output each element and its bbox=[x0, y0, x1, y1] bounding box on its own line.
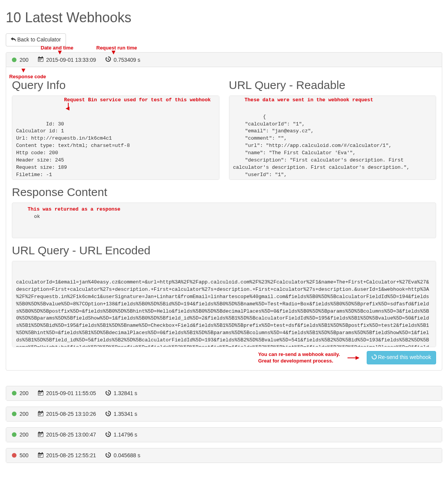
url-readable-text: { "calculatorId": "1", "email": "jan@eas… bbox=[233, 114, 410, 180]
svg-rect-21 bbox=[40, 394, 41, 394]
annotation-request-bin: Request Bin service used for test of thi… bbox=[64, 97, 211, 104]
webhook-panel-expanded: Date and time Request run time 200 2015-… bbox=[6, 52, 442, 370]
webhook-datetime: 2015-08-25 13:10:26 bbox=[46, 411, 96, 417]
svg-rect-41 bbox=[39, 434, 40, 435]
webhook-runtime: 1.35341 s bbox=[114, 411, 137, 417]
page-title: 10 Latest Webhooks bbox=[6, 10, 442, 26]
webhook-datetime: 2015-08-25 12:55:21 bbox=[46, 452, 96, 458]
status-indicator bbox=[12, 391, 16, 395]
svg-line-60 bbox=[108, 455, 109, 456]
svg-rect-19 bbox=[41, 392, 42, 393]
query-info-box[interactable]: Request Bin service used for test of thi… bbox=[12, 96, 219, 180]
svg-line-36 bbox=[108, 414, 109, 414]
svg-rect-3 bbox=[42, 56, 43, 58]
status-indicator bbox=[12, 453, 16, 458]
panel-heading[interactable]: 2002015-08-25 13:00:471.14796 s bbox=[6, 428, 442, 442]
svg-rect-57 bbox=[40, 456, 41, 456]
svg-rect-15 bbox=[39, 390, 40, 391]
heading-url-encoded: URL Query - URL Encoded bbox=[12, 244, 436, 257]
svg-rect-52 bbox=[42, 452, 43, 453]
query-info-text: Id: 30 Calculator id: 1 Url: http://requ… bbox=[16, 121, 130, 180]
svg-rect-45 bbox=[40, 435, 41, 436]
svg-rect-56 bbox=[39, 456, 40, 456]
annotation-data-sent: These data were sent in the webhook requ… bbox=[245, 97, 373, 104]
arrow-icon bbox=[21, 69, 25, 72]
status-code: 200 bbox=[20, 390, 28, 396]
svg-rect-30 bbox=[40, 413, 41, 414]
webhook-datetime: 2015-08-25 13:00:47 bbox=[46, 432, 96, 438]
panel-heading[interactable]: 5002015-08-25 12:55:210.045688 s bbox=[6, 448, 442, 463]
annotation-response: This was returned as a response bbox=[28, 206, 120, 213]
svg-rect-31 bbox=[41, 413, 42, 414]
history-icon bbox=[105, 411, 111, 417]
annotation-date-time: Date and time bbox=[41, 45, 73, 51]
reply-icon bbox=[11, 36, 16, 44]
svg-rect-17 bbox=[39, 392, 40, 393]
history-icon bbox=[105, 432, 111, 438]
arrow-icon bbox=[348, 357, 359, 358]
status-code: 200 bbox=[20, 411, 28, 417]
status-code: 200 bbox=[20, 57, 28, 63]
svg-rect-16 bbox=[42, 390, 43, 391]
webhook-panel-collapsed: 2002015-09-01 11:55:051.32841 s bbox=[6, 386, 442, 401]
svg-rect-39 bbox=[39, 432, 40, 433]
status-code: 500 bbox=[20, 452, 28, 458]
webhook-panel-collapsed: 2002015-08-25 13:10:261.35341 s bbox=[6, 407, 442, 422]
annotation-resend: You can re-send a webhook easily. Great … bbox=[258, 351, 340, 364]
svg-rect-55 bbox=[41, 455, 42, 455]
arrow-icon bbox=[112, 51, 115, 54]
calendar-icon bbox=[38, 432, 43, 438]
calendar-icon bbox=[38, 411, 43, 417]
svg-line-48 bbox=[108, 435, 109, 435]
webhook-runtime: 1.32841 s bbox=[114, 390, 137, 396]
panel-heading[interactable]: 2002015-09-01 11:55:051.32841 s bbox=[6, 386, 442, 400]
calendar-icon bbox=[38, 452, 43, 459]
url-readable-box[interactable]: These data were sent in the webhook requ… bbox=[229, 96, 436, 180]
annotation-run-time: Request run time bbox=[96, 45, 137, 51]
svg-rect-4 bbox=[39, 59, 40, 59]
webhook-runtime: 0.753409 s bbox=[114, 57, 140, 63]
url-encoded-text: calculatorId=1&email=jan%40easy.cz&comme… bbox=[16, 279, 429, 347]
resend-button-label: Re-send this webhook bbox=[378, 354, 431, 360]
resend-button[interactable]: Re-send this webhook bbox=[367, 351, 436, 364]
panel-heading[interactable]: 2002015-08-25 13:10:261.35341 s bbox=[6, 407, 442, 421]
webhook-datetime: 2015-09-01 11:55:05 bbox=[46, 390, 96, 396]
svg-rect-29 bbox=[39, 413, 40, 414]
svg-rect-27 bbox=[39, 411, 40, 412]
panel-heading[interactable]: 200 2015-09-01 13:33:09 0.753409 s bbox=[6, 53, 442, 67]
history-icon bbox=[105, 452, 111, 459]
svg-rect-54 bbox=[40, 455, 41, 455]
svg-rect-5 bbox=[40, 59, 41, 59]
svg-rect-32 bbox=[39, 414, 40, 415]
status-code: 200 bbox=[20, 432, 28, 438]
webhook-runtime: 1.14796 s bbox=[114, 432, 137, 438]
svg-rect-44 bbox=[39, 435, 40, 436]
svg-rect-28 bbox=[42, 411, 43, 412]
status-indicator bbox=[12, 412, 16, 416]
url-encoded-box[interactable]: calculatorId=1&email=jan%40easy.cz&comme… bbox=[12, 261, 436, 347]
svg-rect-7 bbox=[39, 60, 40, 61]
svg-rect-2 bbox=[39, 56, 40, 58]
back-button-label: Back to Calculator bbox=[17, 36, 61, 43]
history-icon bbox=[105, 56, 111, 63]
svg-rect-53 bbox=[39, 455, 40, 455]
svg-rect-18 bbox=[40, 392, 41, 393]
webhook-datetime: 2015-09-01 13:33:09 bbox=[46, 57, 96, 63]
svg-rect-8 bbox=[40, 60, 41, 61]
webhook-panel-collapsed: 2002015-08-25 13:00:471.14796 s bbox=[6, 427, 442, 442]
response-content-box[interactable]: ok This was returned as a response bbox=[12, 203, 436, 238]
status-indicator bbox=[12, 58, 16, 62]
arrow-icon bbox=[68, 103, 69, 110]
svg-rect-40 bbox=[42, 432, 43, 433]
history-icon bbox=[105, 390, 111, 397]
svg-rect-33 bbox=[40, 414, 41, 415]
calendar-icon bbox=[38, 56, 43, 63]
heading-query-info: Query Info bbox=[12, 79, 219, 92]
svg-rect-43 bbox=[41, 434, 42, 435]
webhook-panel-collapsed: 5002015-08-25 12:55:210.045688 s bbox=[6, 448, 442, 463]
refresh-icon bbox=[372, 354, 377, 362]
heading-response-content: Response Content bbox=[12, 186, 436, 199]
svg-line-24 bbox=[108, 393, 109, 394]
arrow-icon bbox=[58, 51, 62, 54]
back-button[interactable]: Back to Calculator bbox=[6, 33, 66, 46]
